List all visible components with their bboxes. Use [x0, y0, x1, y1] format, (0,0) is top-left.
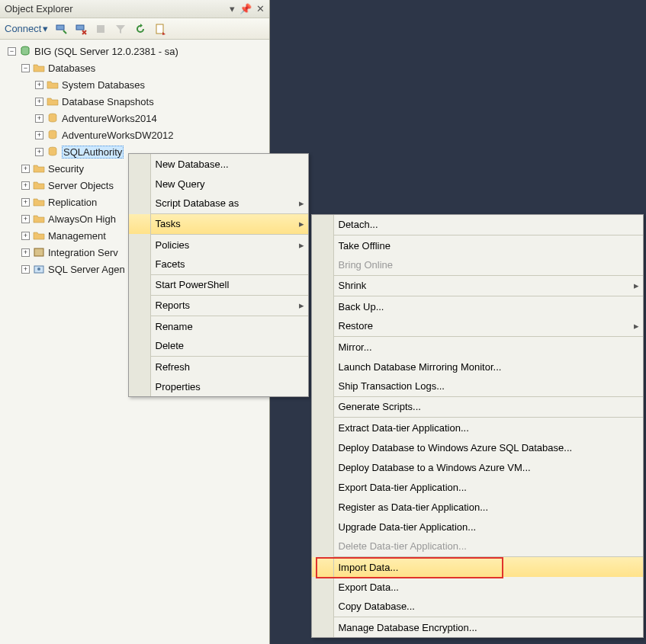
tree-system-databases[interactable]: +System Databases: [2, 76, 268, 93]
expand-icon[interactable]: +: [35, 98, 43, 106]
pin-icon[interactable]: 📌: [239, 3, 252, 14]
context-menu-database[interactable]: New Database... New Query Script Databas…: [128, 153, 309, 397]
menu-deploy-azure-vm[interactable]: Deploy Database to a Windows Azure VM...: [312, 457, 643, 477]
expand-icon[interactable]: +: [35, 81, 43, 89]
server-icon: [19, 45, 31, 57]
tree-server-root[interactable]: −BIG (SQL Server 12.0.2381 - sa): [2, 43, 268, 59]
menu-script-database-as[interactable]: Script Database as▸: [129, 194, 308, 213]
disconnect-server-icon[interactable]: [74, 22, 88, 36]
menu-back-up[interactable]: Back Up...: [312, 296, 643, 316]
stop-icon[interactable]: [94, 22, 108, 36]
menu-shrink[interactable]: Shrink▸: [312, 276, 643, 296]
expand-icon[interactable]: +: [21, 165, 30, 173]
agent-icon: [33, 263, 45, 275]
menu-import-data[interactable]: Import Data...: [312, 557, 643, 577]
toolbar: Connect▾: [0, 18, 269, 40]
menu-facets[interactable]: Facets: [129, 255, 308, 274]
tree-db-adventureworks2014[interactable]: +AdventureWorks2014: [2, 110, 268, 127]
panel-title-bar: Object Explorer ▾ 📌 ✕: [0, 0, 269, 18]
connect-button[interactable]: Connect▾: [5, 23, 48, 34]
menu-detach[interactable]: Detach...: [312, 215, 643, 235]
menu-extract-dta[interactable]: Extract Data-tier Application...: [312, 418, 643, 437]
menu-generate-scripts[interactable]: Generate Scripts...: [312, 397, 643, 417]
database-icon: [47, 112, 59, 124]
tree-database-snapshots[interactable]: +Database Snapshots: [2, 93, 268, 110]
menu-ship-transaction-logs[interactable]: Ship Transaction Logs...: [312, 376, 643, 396]
svg-rect-1: [76, 25, 84, 30]
script-icon[interactable]: [153, 22, 167, 36]
expand-icon[interactable]: +: [21, 265, 30, 274]
menu-tasks[interactable]: Tasks▸: [129, 214, 308, 234]
menu-mirror[interactable]: Mirror...: [312, 337, 643, 357]
folder-icon: [33, 229, 45, 242]
expand-icon[interactable]: +: [21, 232, 30, 240]
catalog-icon: [33, 246, 45, 258]
menu-register-dta[interactable]: Register as Data-tier Application...: [312, 497, 643, 517]
dropdown-icon[interactable]: ▾: [230, 3, 235, 14]
menu-refresh[interactable]: Refresh: [129, 357, 308, 376]
menu-export-dta[interactable]: Export Data-tier Application...: [312, 477, 643, 497]
menu-copy-database[interactable]: Copy Database...: [312, 597, 643, 617]
menu-rename[interactable]: Rename: [129, 316, 308, 336]
menu-new-query[interactable]: New Query: [129, 174, 308, 194]
connect-server-icon[interactable]: [54, 22, 68, 36]
expand-icon[interactable]: +: [35, 148, 43, 156]
tree-databases[interactable]: −Databases: [2, 59, 268, 76]
folder-icon: [33, 196, 45, 208]
expand-icon[interactable]: +: [21, 248, 30, 257]
expand-icon[interactable]: −: [21, 64, 30, 72]
selected-db-label: SQLAuthority: [62, 146, 124, 159]
filter-icon[interactable]: [114, 22, 127, 36]
database-icon: [47, 129, 59, 141]
expand-icon[interactable]: −: [8, 47, 16, 56]
svg-rect-0: [56, 25, 64, 30]
menu-delete-dta: Delete Data-tier Application...: [312, 537, 643, 556]
expand-icon[interactable]: +: [21, 181, 30, 190]
menu-manage-db-encryption[interactable]: Manage Database Encryption...: [312, 617, 643, 637]
folder-icon: [33, 213, 45, 225]
expand-icon[interactable]: +: [35, 131, 43, 139]
svg-rect-3: [156, 24, 163, 34]
menu-delete[interactable]: Delete: [129, 336, 308, 356]
close-icon[interactable]: ✕: [256, 3, 265, 14]
panel-title: Object Explorer: [5, 3, 230, 14]
svg-rect-2: [97, 25, 104, 33]
menu-bring-online: Bring Online: [312, 255, 643, 275]
menu-upgrade-dta[interactable]: Upgrade Data-tier Application...: [312, 517, 643, 537]
refresh-icon[interactable]: [133, 22, 147, 36]
svg-point-10: [37, 268, 40, 271]
database-icon: [47, 146, 59, 158]
folder-icon: [33, 179, 45, 191]
context-menu-tasks[interactable]: Detach... Take Offline Bring Online Shri…: [311, 214, 644, 638]
menu-properties[interactable]: Properties: [129, 376, 308, 396]
expand-icon[interactable]: +: [35, 114, 43, 123]
tree-db-adventureworksdw2012[interactable]: +AdventureWorksDW2012: [2, 127, 268, 143]
menu-policies[interactable]: Policies▸: [129, 235, 308, 255]
expand-icon[interactable]: +: [21, 198, 30, 207]
menu-start-powershell[interactable]: Start PowerShell: [129, 275, 308, 295]
folder-icon: [33, 62, 45, 74]
menu-deploy-azure-sql[interactable]: Deploy Database to Windows Azure SQL Dat…: [312, 437, 643, 457]
menu-new-database[interactable]: New Database...: [129, 154, 308, 174]
menu-take-offline[interactable]: Take Offline: [312, 235, 643, 255]
menu-reports[interactable]: Reports▸: [129, 296, 308, 316]
expand-icon[interactable]: +: [21, 215, 30, 223]
svg-rect-8: [34, 248, 43, 256]
menu-export-data[interactable]: Export Data...: [312, 577, 643, 597]
menu-launch-mirroring-monitor[interactable]: Launch Database Mirroring Monitor...: [312, 357, 643, 376]
menu-restore[interactable]: Restore▸: [312, 316, 643, 336]
folder-icon: [33, 162, 45, 175]
folder-icon: [47, 78, 59, 91]
folder-icon: [47, 95, 59, 107]
